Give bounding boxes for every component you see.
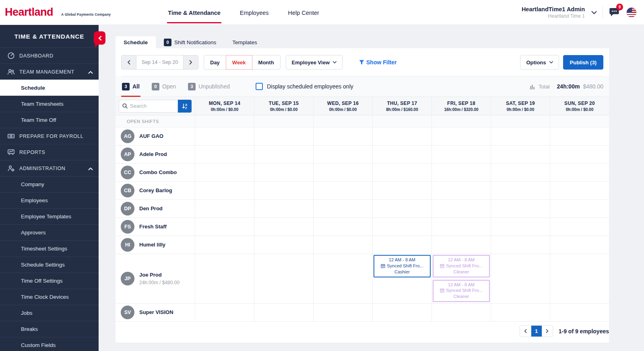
employee-cell[interactable]: SV Super VISION bbox=[116, 304, 195, 322]
shift-cell[interactable] bbox=[491, 200, 550, 218]
shift-cell[interactable] bbox=[491, 218, 550, 236]
sidebar-item-jobs[interactable]: Jobs bbox=[0, 305, 99, 321]
shift-cell[interactable] bbox=[431, 127, 491, 146]
shift-cell[interactable] bbox=[550, 254, 609, 304]
employee-cell[interactable]: FS Fresh Staff bbox=[116, 218, 195, 236]
tab-shift-notifications[interactable]: 0 Shift Notifications bbox=[156, 36, 224, 48]
shift-cell[interactable] bbox=[254, 127, 313, 146]
shift-cell[interactable] bbox=[431, 146, 491, 164]
shift-cell[interactable] bbox=[195, 200, 254, 218]
shift-cell[interactable]: 12 AM - 8 AM Synced Shift Fro... Cleaner… bbox=[431, 254, 491, 304]
publish-button[interactable]: Publish (3) bbox=[563, 55, 603, 70]
employee-cell[interactable]: AG AUF GAO bbox=[116, 127, 195, 146]
shift-cell[interactable] bbox=[313, 146, 372, 164]
day-view-button[interactable]: Day bbox=[204, 55, 226, 70]
employee-cell[interactable]: JP Joe Prod 24h:00m / $480.00 bbox=[116, 254, 195, 304]
shift-cell[interactable] bbox=[550, 236, 609, 254]
sidebar-item-custom-fields[interactable]: Custom Fields bbox=[0, 337, 99, 351]
sidebar-item-employee-templates[interactable]: Employee Templates bbox=[0, 208, 99, 224]
shift-cell[interactable] bbox=[254, 182, 313, 200]
sidebar-item-team-management[interactable]: TEAM MANAGEMENT bbox=[0, 64, 99, 80]
shift-cell[interactable] bbox=[491, 254, 550, 304]
shift-cell[interactable] bbox=[195, 182, 254, 200]
shift-cell[interactable]: 12 AM - 8 AM Synced Shift Fro... Cashier bbox=[372, 254, 431, 304]
tab-templates[interactable]: Templates bbox=[224, 36, 265, 48]
shift-cell[interactable] bbox=[254, 146, 313, 164]
shift-cell[interactable] bbox=[431, 236, 491, 254]
shift-cell[interactable] bbox=[195, 254, 254, 304]
shift-cell[interactable] bbox=[195, 127, 254, 146]
shift-cell[interactable] bbox=[491, 164, 550, 182]
user-menu[interactable]: HeartlandTime1 Admin Heartland Time 1 bbox=[522, 6, 585, 19]
sidebar-item-administration[interactable]: ADMINISTRATION bbox=[0, 160, 99, 176]
shift-cell[interactable] bbox=[313, 127, 372, 146]
week-view-button[interactable]: Week bbox=[226, 55, 252, 70]
shift-cell[interactable] bbox=[431, 182, 491, 200]
shift-cell[interactable] bbox=[254, 236, 313, 254]
sidebar-item-time-clock-devices[interactable]: Time Clock Devices bbox=[0, 289, 99, 305]
shift-cell[interactable] bbox=[372, 182, 431, 200]
page-number-button[interactable]: 1 bbox=[531, 326, 542, 337]
employee-cell[interactable]: DP Den Prod bbox=[116, 200, 195, 218]
shift-cell[interactable] bbox=[313, 200, 372, 218]
sidebar-item-team-time-off[interactable]: Team Time Off bbox=[0, 112, 99, 128]
shift-cell[interactable] bbox=[372, 164, 431, 182]
employee-cell[interactable]: CC Combo Combo bbox=[116, 164, 195, 182]
shift-cell[interactable] bbox=[431, 115, 491, 127]
search-box[interactable] bbox=[119, 100, 178, 113]
shift-cell[interactable] bbox=[372, 115, 431, 127]
chevron-up-icon[interactable] bbox=[88, 166, 93, 172]
sidebar-collapse-button[interactable] bbox=[94, 31, 105, 45]
next-week-button[interactable] bbox=[184, 55, 198, 69]
shift-cell[interactable] bbox=[372, 236, 431, 254]
sidebar-item-prepare-for-payroll[interactable]: PREPARE FOR PAYROLL bbox=[0, 128, 99, 144]
shift-cell[interactable] bbox=[372, 304, 431, 322]
shift-cell[interactable] bbox=[372, 146, 431, 164]
sidebar-item-schedule[interactable]: Schedule bbox=[0, 80, 99, 96]
show-filter-link[interactable]: Show Filter bbox=[359, 59, 396, 66]
date-range-label[interactable]: Sep 14 - Sep 20 bbox=[136, 55, 184, 69]
shift-cell[interactable] bbox=[254, 115, 313, 127]
shift-cell[interactable] bbox=[254, 218, 313, 236]
shift-cell[interactable] bbox=[431, 304, 491, 322]
shift-cell[interactable] bbox=[195, 236, 254, 254]
shift-cell[interactable] bbox=[491, 236, 550, 254]
sidebar-item-employees[interactable]: Employees bbox=[0, 192, 99, 208]
sidebar-item-reports[interactable]: REPORTS bbox=[0, 144, 99, 160]
sidebar-item-schedule-settings[interactable]: Schedule Settings bbox=[0, 257, 99, 273]
shift-cell[interactable] bbox=[195, 146, 254, 164]
shift-cell[interactable] bbox=[313, 218, 372, 236]
employee-cell[interactable]: HI Humel lilly bbox=[116, 236, 195, 254]
employee-cell[interactable]: AP Adele Prod bbox=[116, 146, 195, 164]
employee-cell[interactable]: CB Corey Barlog bbox=[116, 182, 195, 200]
display-scheduled-only-checkbox-wrap[interactable]: Display scheduled employees only bbox=[256, 83, 353, 90]
options-dropdown[interactable]: Options bbox=[520, 55, 559, 70]
nav-employees[interactable]: Employees bbox=[239, 1, 270, 23]
checkbox[interactable] bbox=[256, 83, 263, 90]
nav-help-center[interactable]: Help Center bbox=[287, 1, 320, 23]
month-view-button[interactable]: Month bbox=[252, 55, 281, 70]
employee-view-dropdown[interactable]: Employee View bbox=[286, 55, 343, 70]
shift-cell[interactable] bbox=[195, 115, 254, 127]
shift-cell[interactable] bbox=[313, 182, 372, 200]
chevron-down-icon[interactable] bbox=[591, 9, 597, 16]
sidebar-item-breaks[interactable]: Breaks bbox=[0, 321, 99, 337]
filter-tab-unpublished[interactable]: 3 Unpublished bbox=[187, 76, 231, 97]
shift-cell[interactable] bbox=[254, 254, 313, 304]
shift-cell[interactable] bbox=[372, 218, 431, 236]
shift-cell[interactable] bbox=[431, 164, 491, 182]
sidebar-item-dashboard[interactable]: DASHBOARD bbox=[0, 47, 99, 64]
shift-cell[interactable] bbox=[313, 304, 372, 322]
shift-cell[interactable] bbox=[550, 146, 609, 164]
shift-cell[interactable] bbox=[254, 200, 313, 218]
sidebar-item-approvers[interactable]: Approvers bbox=[0, 224, 99, 240]
filter-tab-all[interactable]: 3 All bbox=[121, 76, 140, 97]
shift-cell[interactable] bbox=[550, 164, 609, 182]
us-flag-icon[interactable] bbox=[626, 7, 637, 18]
shift-card-unpublished[interactable]: 12 AM - 8 AM Synced Shift Fro... Cleaner bbox=[433, 255, 490, 277]
shift-cell[interactable] bbox=[491, 127, 550, 146]
chevron-up-icon[interactable] bbox=[88, 70, 93, 75]
shift-cell[interactable] bbox=[372, 200, 431, 218]
shift-cell[interactable] bbox=[491, 182, 550, 200]
shift-card-published[interactable]: 12 AM - 8 AM Synced Shift Fro... Cashier bbox=[374, 255, 431, 277]
